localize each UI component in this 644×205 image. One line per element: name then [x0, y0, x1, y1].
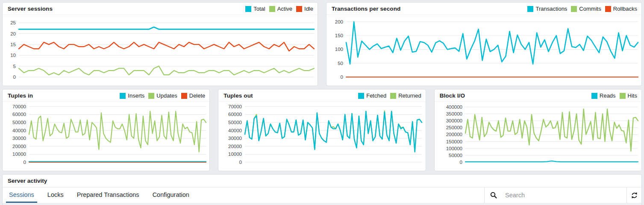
- legend-item-returned: Returned: [390, 92, 421, 99]
- legend-label: Commits: [579, 6, 601, 12]
- legend-item-rollbacks: Rollbacks: [605, 6, 637, 12]
- legend-label: Hits: [628, 92, 637, 99]
- legend-item-transactions: Transactions: [527, 6, 567, 12]
- server-activity-tabbar: Sessions Locks Prepared Transactions Con…: [3, 187, 641, 203]
- panel-title: Server sessions: [8, 6, 53, 12]
- svg-text:0: 0: [341, 74, 343, 80]
- tab-prepared-transactions[interactable]: Prepared Transactions: [74, 187, 142, 203]
- svg-text:30000: 30000: [12, 136, 26, 141]
- transactions-per-second-chart: 050100150200: [326, 15, 641, 86]
- charts-row-2: Tuples in Inserts Updates Delete 0100002…: [2, 89, 642, 171]
- svg-text:25: 25: [10, 20, 16, 25]
- legend-item-active: Active: [269, 6, 292, 12]
- svg-text:20: 20: [10, 31, 16, 36]
- tab-configuration[interactable]: Configuration: [150, 187, 192, 203]
- refresh-icon: [631, 192, 638, 199]
- chart-legend: Transactions Commits Rollbacks: [527, 6, 637, 12]
- activity-content-area: [3, 203, 641, 205]
- panel-header: Block I/O Reads Hits: [435, 89, 641, 102]
- tuples-in-panel: Tuples in Inserts Updates Delete 0100002…: [2, 89, 210, 171]
- legend-label: Inserts: [128, 92, 144, 99]
- svg-text:60000: 60000: [12, 112, 26, 117]
- legend-swatch-icon: [358, 93, 364, 99]
- tuples-in-chart: 010000200003000040000500006000070000: [3, 102, 209, 171]
- legend-item-reads: Reads: [591, 92, 616, 99]
- svg-text:50000: 50000: [228, 120, 242, 125]
- svg-text:15: 15: [10, 42, 16, 47]
- charts-row-1: Server sessions Total Active Idle 051015…: [2, 2, 642, 86]
- svg-text:70000: 70000: [228, 104, 242, 109]
- svg-text:10000: 10000: [228, 152, 242, 157]
- pgadmin-dashboard: Server sessions Total Active Idle 051015…: [0, 0, 644, 205]
- svg-text:10000: 10000: [12, 152, 26, 157]
- svg-text:50: 50: [338, 61, 343, 66]
- legend-swatch-icon: [571, 6, 577, 12]
- server-activity-title: Server activity: [3, 175, 641, 187]
- chart-legend: Reads Hits: [591, 92, 637, 99]
- panel-header: Transactions per second Transactions Com…: [326, 3, 641, 15]
- tab-locks[interactable]: Locks: [44, 187, 67, 203]
- svg-text:400000: 400000: [446, 104, 462, 110]
- legend-item-idle: Idle: [296, 6, 313, 12]
- panel-title: Tuples out: [223, 92, 253, 99]
- tuples-out-panel: Tuples out Fetched Returned 010000200003…: [218, 89, 426, 171]
- legend-swatch-icon: [245, 6, 251, 12]
- server-activity-panel: Server activity Sessions Locks Prepared …: [2, 174, 642, 205]
- chart-legend: Total Active Idle: [245, 6, 313, 12]
- svg-text:200000: 200000: [446, 132, 462, 137]
- svg-text:0: 0: [24, 160, 26, 165]
- chart-legend: Fetched Returned: [358, 92, 421, 99]
- activity-tabs: Sessions Locks Prepared Transactions Con…: [3, 187, 484, 203]
- svg-text:5: 5: [13, 64, 16, 69]
- legend-swatch-icon: [591, 93, 597, 99]
- panel-header: Tuples out Fetched Returned: [218, 89, 425, 102]
- legend-swatch-icon: [181, 93, 187, 99]
- svg-text:30000: 30000: [228, 136, 242, 141]
- legend-item-fetched: Fetched: [358, 92, 386, 99]
- svg-text:200: 200: [335, 19, 343, 24]
- svg-text:0: 0: [13, 74, 16, 80]
- legend-swatch-icon: [605, 6, 611, 12]
- legend-label: Rollbacks: [613, 6, 637, 12]
- server-sessions-panel: Server sessions Total Active Idle 051015…: [2, 2, 318, 86]
- block-io-panel: Block I/O Reads Hits 0500001000001500002…: [434, 89, 642, 171]
- refresh-button[interactable]: [626, 187, 641, 203]
- legend-label: Idle: [304, 6, 313, 12]
- legend-swatch-icon: [527, 6, 533, 12]
- chart-legend: Inserts Updates Delete: [120, 92, 205, 99]
- legend-label: Active: [277, 6, 292, 12]
- server-sessions-chart: 0510152025: [3, 15, 318, 86]
- legend-item-commits: Commits: [571, 6, 601, 12]
- panel-title: Block I/O: [440, 92, 465, 99]
- svg-text:20000: 20000: [12, 144, 26, 149]
- search-input[interactable]: [504, 191, 621, 199]
- legend-item-updates: Updates: [148, 92, 177, 99]
- legend-label: Returned: [398, 92, 421, 99]
- legend-swatch-icon: [620, 93, 626, 99]
- legend-swatch-icon: [120, 93, 126, 99]
- legend-label: Fetched: [366, 92, 386, 99]
- svg-text:50000: 50000: [449, 153, 462, 158]
- svg-text:150: 150: [335, 33, 343, 38]
- svg-text:60000: 60000: [228, 112, 242, 117]
- svg-text:100: 100: [335, 47, 343, 52]
- transactions-per-second-panel: Transactions per second Transactions Com…: [326, 2, 642, 86]
- svg-text:150000: 150000: [446, 139, 462, 144]
- panel-title: Tuples in: [8, 92, 33, 99]
- legend-swatch-icon: [296, 6, 302, 12]
- panel-header: Tuples in Inserts Updates Delete: [3, 89, 209, 102]
- block-io-chart: 0500001000001500002000002500003000003500…: [435, 102, 641, 171]
- svg-text:20000: 20000: [228, 144, 242, 149]
- legend-item-inserts: Inserts: [120, 92, 144, 99]
- legend-item-delete: Delete: [181, 92, 206, 99]
- panel-header: Server sessions Total Active Idle: [3, 3, 318, 15]
- tab-sessions[interactable]: Sessions: [6, 187, 37, 203]
- svg-text:100000: 100000: [446, 146, 462, 151]
- svg-text:250000: 250000: [446, 125, 462, 130]
- legend-swatch-icon: [390, 93, 396, 99]
- legend-label: Reads: [600, 92, 616, 99]
- svg-text:300000: 300000: [446, 118, 462, 123]
- svg-text:10: 10: [10, 53, 16, 58]
- legend-label: Total: [253, 6, 265, 12]
- svg-text:70000: 70000: [12, 104, 26, 109]
